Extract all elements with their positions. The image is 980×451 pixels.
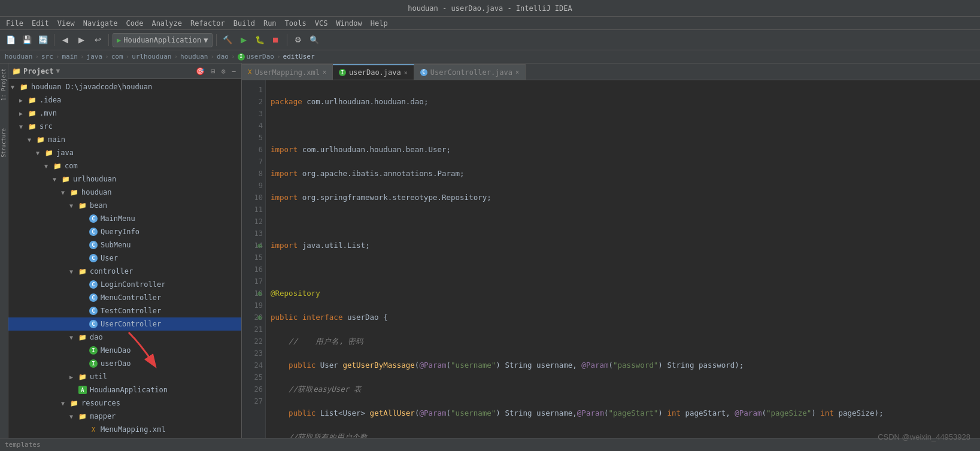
sync-button[interactable]: 🔄 — [36, 33, 50, 47]
menu-window[interactable]: Window — [332, 17, 365, 30]
tree-item-resources[interactable]: ▼ 📁 resources — [8, 396, 241, 410]
breadcrumb-edituser[interactable]: editUser — [283, 53, 315, 60]
tree-item-mvn[interactable]: ▶ 📁 .mvn — [8, 107, 241, 120]
tree-item-dao[interactable]: ▼ 📁 dao — [8, 331, 241, 344]
tree-item-util[interactable]: ▶ 📁 util — [8, 370, 241, 383]
menu-edit[interactable]: Edit — [28, 17, 53, 30]
menu-navigate[interactable]: Navigate — [80, 17, 122, 30]
tree-item-root[interactable]: ▼ 📁 houduan D:\javadcode\houduan — [8, 80, 241, 93]
collapse-all-button[interactable]: ⊟ — [209, 66, 217, 76]
run-button[interactable]: ▶ — [236, 33, 251, 47]
tree-item-menumapping[interactable]: X MenuMapping.xml — [8, 423, 241, 436]
debug-button[interactable]: 🐛 — [253, 33, 267, 47]
tree-label: MainMenu — [101, 214, 135, 223]
tree-item-user[interactable]: C User — [8, 252, 241, 265]
tree-item-queryinfo[interactable]: C QueryInfo — [8, 225, 241, 238]
menu-code[interactable]: Code — [123, 17, 147, 30]
revert-button[interactable]: ↩ — [90, 33, 105, 47]
save-all-button[interactable]: 💾 — [20, 33, 34, 47]
code-line-5: import org.springframework.stereotype.Re… — [271, 192, 975, 204]
menu-tools[interactable]: Tools — [281, 17, 310, 30]
folder-icon: 📁 — [78, 267, 87, 276]
code-content[interactable]: package com.urlhouduan.houduan.dao; impo… — [266, 80, 980, 438]
tab-usermapping[interactable]: X UserMapping.xml × — [242, 64, 333, 80]
tree-item-userdao[interactable]: I userDao — [8, 357, 241, 370]
menu-view[interactable]: View — [54, 17, 78, 30]
tree-item-mainmenu[interactable]: C MainMenu — [8, 212, 241, 225]
run-config-icon: ▶ — [117, 36, 121, 44]
menu-build[interactable]: Build — [230, 17, 259, 30]
run-config-dropdown[interactable]: ▶ HouduanApplication ▼ — [113, 33, 213, 47]
tree-item-main[interactable]: ▼ 📁 main — [8, 133, 241, 146]
tree-item-idea[interactable]: ▶ 📁 .idea — [8, 93, 241, 107]
menu-run[interactable]: Run — [260, 17, 280, 30]
tree-item-houduan-pkg[interactable]: ▼ 📁 houduan — [8, 186, 241, 199]
code-line-2 — [271, 120, 975, 132]
tree-item-urlhouduan[interactable]: ▼ 📁 urlhouduan — [8, 172, 241, 186]
tree-item-src[interactable]: ▼ 📁 src — [8, 120, 241, 133]
tree-item-houduanapplication[interactable]: A HouduanApplication — [8, 383, 241, 396]
tree-item-mapper[interactable]: ▼ 📁 mapper — [8, 410, 241, 423]
tree-item-logincontroller[interactable]: C LoginController — [8, 278, 241, 291]
tree-item-java[interactable]: ▼ 📁 java — [8, 146, 241, 159]
tab-close-usercontroller[interactable]: × — [515, 69, 519, 75]
code-line-13: //获取easyUser 表 — [271, 383, 975, 395]
strip-structure[interactable]: Structure — [0, 123, 8, 162]
project-panel-header: 📁 Project ▼ 🎯 ⊟ ⚙ − — [8, 63, 241, 79]
stop-button[interactable]: ⏹ — [269, 33, 283, 47]
code-line-15: //获取所有的用户个数 — [271, 431, 975, 438]
settings-gear-icon[interactable]: ⚙ — [220, 66, 227, 76]
editor-area: X UserMapping.xml × I userDao.java × C U… — [242, 63, 980, 438]
breadcrumb-project[interactable]: houduan — [5, 53, 32, 60]
tree-label: houduan D:\javadcode\houduan — [31, 83, 152, 91]
menu-refactor[interactable]: Refactor — [187, 17, 229, 30]
search-everywhere-button[interactable]: 🔍 — [307, 33, 321, 47]
locate-file-button[interactable]: 🎯 — [194, 66, 207, 76]
build-button[interactable]: 🔨 — [220, 33, 235, 47]
tab-usercontroller[interactable]: C UserController.java × — [414, 64, 526, 80]
tab-userdao[interactable]: I userDao.java × — [333, 64, 414, 80]
breadcrumb-dao[interactable]: dao — [217, 53, 229, 60]
tree-item-usercontroller[interactable]: C UserController — [8, 317, 241, 331]
tree-item-controller[interactable]: ▼ 📁 controller — [8, 265, 241, 278]
toolbar-separator-3 — [216, 34, 217, 46]
breadcrumb-com[interactable]: com — [111, 53, 123, 60]
menu-file[interactable]: File — [2, 17, 27, 30]
breadcrumb-java[interactable]: java — [87, 53, 103, 60]
tree-item-menucontroller[interactable]: C MenuController — [8, 291, 241, 304]
class-icon: C — [89, 227, 98, 237]
code-editor[interactable]: 12345 678910 1112131415 1617181920 21222… — [242, 80, 980, 438]
tree-item-menudao[interactable]: I MenuDao — [8, 344, 241, 357]
interface-icon: I — [89, 346, 98, 355]
breadcrumb-main[interactable]: main — [62, 53, 78, 60]
tree-item-testcontroller[interactable]: C TestController — [8, 304, 241, 317]
tree-item-bean[interactable]: ▼ 📁 bean — [8, 199, 241, 212]
menu-analyze[interactable]: Analyze — [148, 17, 186, 30]
breadcrumb-userdao[interactable]: I userDao — [238, 53, 274, 60]
settings-button[interactable]: ⚙ — [291, 33, 305, 47]
menu-help[interactable]: Help — [367, 17, 392, 30]
class-icon: C — [89, 306, 98, 316]
breadcrumb: houduan › src › main › java › com › urlh… — [0, 50, 980, 63]
new-file-button[interactable]: 📄 — [4, 33, 18, 47]
folder-icon: 📁 — [36, 135, 45, 144]
code-line-1: package com.urlhouduan.houduan.dao; — [271, 96, 975, 108]
breadcrumb-houduan[interactable]: houduan — [180, 53, 208, 60]
tab-close-usermapping[interactable]: × — [323, 69, 326, 75]
strip-project[interactable]: 1: Project — [0, 63, 8, 105]
menu-vcs[interactable]: VCS — [311, 17, 332, 30]
tree-label: MenuController — [101, 293, 161, 302]
tab-close-userdao[interactable]: × — [404, 69, 408, 76]
tree-item-submenu[interactable]: C SubMenu — [8, 238, 241, 252]
breadcrumb-urlhouduan[interactable]: urlhouduan — [132, 53, 171, 60]
tab-bar: X UserMapping.xml × I userDao.java × C U… — [242, 63, 980, 80]
tree-label: User — [101, 254, 118, 262]
forward-button[interactable]: ▶ — [74, 33, 89, 47]
back-button[interactable]: ◀ — [58, 33, 72, 47]
tree-item-usermapping[interactable]: X UserMapping.xml — [8, 436, 241, 438]
tree-item-com[interactable]: ▼ 📁 com — [8, 159, 241, 172]
tab-xml-icon: X — [248, 68, 252, 76]
folder-icon: 📁 — [61, 174, 71, 184]
minimize-panel-button[interactable]: − — [230, 66, 238, 76]
breadcrumb-src[interactable]: src — [41, 53, 53, 60]
